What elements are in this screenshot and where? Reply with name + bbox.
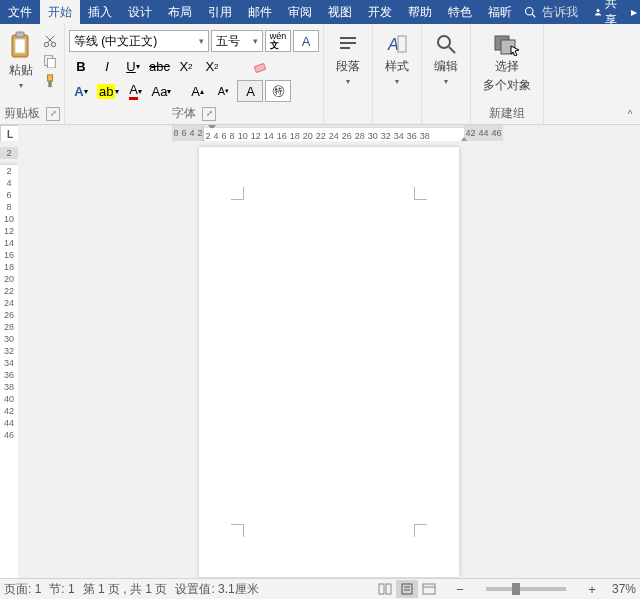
collapse-ribbon-button[interactable]: ^ xyxy=(622,106,638,122)
font-name-combo[interactable]: 等线 (中文正文)▾ xyxy=(69,30,209,52)
ribbon: 粘贴 ▾ 剪贴板⤢ 等线 (中文正文)▾ 五号▾ wén文 A xyxy=(0,24,640,125)
margin-corner-tr xyxy=(414,187,427,200)
svg-point-7 xyxy=(51,42,55,46)
zoom-slider-thumb[interactable] xyxy=(512,583,520,595)
print-layout-button[interactable] xyxy=(396,580,418,598)
cut-button[interactable] xyxy=(41,32,59,50)
paste-label: 粘贴 xyxy=(9,62,33,79)
view-buttons xyxy=(374,580,440,598)
grow-font-button[interactable]: A▴ xyxy=(185,81,209,101)
strikethrough-button[interactable]: abc xyxy=(147,56,172,76)
horizontal-ruler[interactable]: 8642 2468101214161820222426283032343638 … xyxy=(18,125,640,141)
status-section[interactable]: 节: 1 xyxy=(49,581,74,598)
group-select-objects: 选择 多个对象 新建组 xyxy=(471,24,544,124)
tell-me-search[interactable] xyxy=(520,0,588,24)
tab-home[interactable]: 开始 xyxy=(40,0,80,24)
group-clipboard: 粘贴 ▾ 剪贴板⤢ xyxy=(0,24,65,124)
find-icon xyxy=(434,32,458,56)
tab-view[interactable]: 视图 xyxy=(320,0,360,24)
status-setting[interactable]: 设置值: 3.1厘米 xyxy=(175,581,258,598)
character-shading-button[interactable]: A xyxy=(237,80,263,102)
text-effects-button[interactable]: A▾ xyxy=(69,81,93,101)
tab-insert[interactable]: 插入 xyxy=(80,0,120,24)
tab-mailings[interactable]: 邮件 xyxy=(240,0,280,24)
styles-icon: A xyxy=(385,32,409,56)
paste-dropdown-icon[interactable]: ▾ xyxy=(19,81,23,90)
tab-layout[interactable]: 布局 xyxy=(160,0,200,24)
svg-line-21 xyxy=(449,47,455,53)
web-layout-icon xyxy=(422,583,436,595)
font-dialog-launcher[interactable]: ⤢ xyxy=(202,107,216,121)
tab-references[interactable]: 引用 xyxy=(200,0,240,24)
tell-me-input[interactable] xyxy=(540,4,584,20)
vertical-ruler[interactable]: 2 24681012141618202224262830323436384042… xyxy=(0,141,18,578)
format-painter-button[interactable] xyxy=(41,72,59,90)
svg-rect-14 xyxy=(254,63,265,72)
overflow-chevron[interactable]: ▸ xyxy=(627,0,640,24)
status-page[interactable]: 页面: 1 xyxy=(4,581,41,598)
print-layout-icon xyxy=(400,583,414,595)
statusbar: 页面: 1 节: 1 第 1 页 , 共 1 页 设置值: 3.1厘米 − + … xyxy=(0,578,640,599)
tab-foxit[interactable]: 福昕 xyxy=(480,0,520,24)
group-paragraph: 段落▾ xyxy=(324,24,373,124)
underline-button[interactable]: U▾ xyxy=(121,56,145,76)
paste-button[interactable] xyxy=(5,30,37,62)
italic-button[interactable]: I xyxy=(95,56,119,76)
character-border-button[interactable]: A xyxy=(293,30,319,52)
svg-rect-11 xyxy=(47,58,55,68)
svg-point-6 xyxy=(44,42,48,46)
select-objects-button[interactable]: 选择 多个对象 xyxy=(475,30,539,96)
zoom-in-button[interactable]: + xyxy=(580,579,604,599)
tab-design[interactable]: 设计 xyxy=(120,0,160,24)
search-icon xyxy=(524,6,536,18)
svg-text:A: A xyxy=(387,36,399,53)
read-mode-button[interactable] xyxy=(374,580,396,598)
web-layout-button[interactable] xyxy=(418,580,440,598)
editing-button[interactable]: 编辑▾ xyxy=(426,30,466,88)
group-font: 等线 (中文正文)▾ 五号▾ wén文 A B I U▾ abc X2 X2 A… xyxy=(65,24,324,124)
tab-review[interactable]: 审阅 xyxy=(280,0,320,24)
paragraph-icon xyxy=(336,32,360,56)
zoom-level[interactable]: 37% xyxy=(612,582,636,596)
select-group-label: 新建组 xyxy=(489,105,525,122)
font-color-button[interactable]: A▾ xyxy=(123,81,147,101)
person-icon xyxy=(594,6,602,18)
clear-formatting-button[interactable] xyxy=(248,56,272,76)
svg-rect-25 xyxy=(386,584,391,594)
status-pages[interactable]: 第 1 页 , 共 1 页 xyxy=(83,581,168,598)
tab-file[interactable]: 文件 xyxy=(0,0,40,24)
group-styles: A 样式▾ xyxy=(373,24,422,124)
paragraph-button[interactable]: 段落▾ xyxy=(328,30,368,88)
superscript-button[interactable]: X2 xyxy=(200,56,224,76)
highlight-button[interactable]: ab▾ xyxy=(95,81,121,101)
styles-button[interactable]: A 样式▾ xyxy=(377,30,417,88)
copy-button[interactable] xyxy=(41,52,59,70)
svg-point-2 xyxy=(597,9,600,12)
margin-corner-br xyxy=(414,524,427,537)
svg-line-9 xyxy=(46,36,53,43)
clipboard-dialog-launcher[interactable]: ⤢ xyxy=(46,107,60,121)
clipboard-group-label: 剪贴板 xyxy=(4,105,40,122)
enclose-characters-button[interactable]: ㊕ xyxy=(265,80,291,102)
zoom-out-button[interactable]: − xyxy=(448,579,472,599)
change-case-button[interactable]: Aa▾ xyxy=(149,81,173,101)
page-1[interactable] xyxy=(199,147,459,577)
font-size-combo[interactable]: 五号▾ xyxy=(211,30,263,52)
phonetic-guide-button[interactable]: wén文 xyxy=(265,30,291,52)
margin-corner-tl xyxy=(231,187,244,200)
share-button[interactable]: 共享 xyxy=(588,0,627,24)
document-canvas[interactable] xyxy=(18,141,640,578)
bold-button[interactable]: B xyxy=(69,56,93,76)
svg-point-20 xyxy=(438,36,450,48)
svg-line-8 xyxy=(47,36,54,43)
svg-rect-4 xyxy=(16,32,24,37)
subscript-button[interactable]: X2 xyxy=(174,56,198,76)
tab-help[interactable]: 帮助 xyxy=(400,0,440,24)
tab-developer[interactable]: 开发 xyxy=(360,0,400,24)
copy-icon xyxy=(43,54,57,68)
zoom-slider[interactable] xyxy=(486,587,566,591)
svg-rect-5 xyxy=(15,39,25,53)
tab-special[interactable]: 特色 xyxy=(440,0,480,24)
svg-rect-29 xyxy=(423,584,435,594)
shrink-font-button[interactable]: A▾ xyxy=(211,81,235,101)
